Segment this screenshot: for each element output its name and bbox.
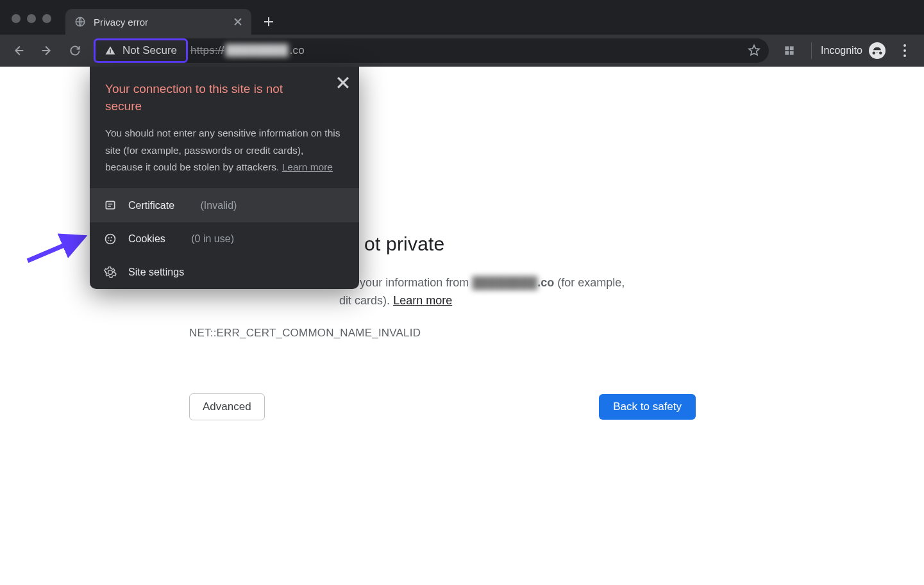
close-tab-icon[interactable] [233, 17, 242, 26]
chrome-menu-button[interactable] [896, 44, 914, 57]
back-button[interactable] [6, 38, 31, 63]
popover-title: Your connection to this site is not secu… [105, 81, 317, 115]
url-text: https:// ████████ .co [190, 44, 305, 57]
certificate-label: Certificate [128, 200, 174, 211]
svg-rect-6 [106, 202, 114, 210]
certificate-row[interactable]: Certificate (Invalid) [90, 189, 359, 222]
address-bar[interactable]: Not Secure https:// ████████ .co [95, 38, 769, 63]
tab-strip: Privacy error [65, 0, 280, 35]
error-code: NET::ERR_CERT_COMMON_NAME_INVALID [189, 327, 696, 340]
incognito-indicator[interactable]: Incognito [821, 42, 886, 59]
learn-more-link[interactable]: Learn more [393, 294, 452, 307]
gear-icon [104, 266, 117, 279]
globe-icon [74, 16, 86, 28]
svg-rect-2 [790, 46, 794, 50]
security-chip[interactable]: Not Secure [94, 38, 188, 63]
window-titlebar: Privacy error [0, 0, 924, 35]
browser-toolbar: Not Secure https:// ████████ .co Incogni… [0, 35, 924, 67]
cookies-count: (0 in use) [191, 233, 234, 245]
url-host-redacted: ████████ [224, 44, 290, 57]
tab-title: Privacy error [94, 17, 148, 28]
incognito-icon [869, 42, 886, 59]
back-to-safety-button[interactable]: Back to safety [599, 394, 696, 420]
forward-button[interactable] [35, 38, 59, 63]
security-chip-label: Not Secure [122, 44, 177, 57]
site-security-popover: Your connection to this site is not secu… [90, 67, 359, 289]
warning-icon [105, 45, 116, 56]
svg-point-11 [108, 240, 109, 242]
window-minimize-button[interactable] [27, 14, 36, 23]
popover-learn-more-link[interactable]: Learn more [282, 161, 333, 172]
incognito-label: Incognito [821, 45, 862, 56]
certificate-status: (Invalid) [200, 200, 237, 211]
bookmark-star-icon[interactable] [747, 44, 761, 58]
site-settings-row[interactable]: Site settings [90, 256, 359, 289]
annotation-arrow [24, 232, 88, 264]
browser-tab[interactable]: Privacy error [65, 9, 251, 35]
page-content: Your connection is not private Attackers… [0, 67, 924, 585]
svg-rect-4 [790, 51, 794, 55]
window-controls [0, 14, 51, 35]
advanced-button[interactable]: Advanced [189, 393, 265, 420]
svg-point-10 [110, 240, 112, 242]
extension-icon[interactable] [783, 44, 796, 57]
svg-point-8 [108, 237, 109, 238]
toolbar-separator [811, 42, 812, 59]
new-tab-button[interactable] [258, 11, 280, 33]
cookies-row[interactable]: Cookies (0 in use) [90, 222, 359, 256]
svg-rect-3 [785, 51, 789, 55]
popover-description: You should not enter any sensitive infor… [105, 125, 344, 176]
svg-rect-1 [785, 46, 789, 50]
site-settings-label: Site settings [128, 267, 184, 278]
url-suffix: .co [290, 44, 305, 57]
url-protocol: https:// [190, 44, 224, 57]
certificate-icon [104, 199, 117, 212]
window-maximize-button[interactable] [42, 14, 51, 23]
cookies-label: Cookies [128, 233, 165, 245]
popover-close-icon[interactable] [336, 76, 350, 90]
svg-point-7 [106, 235, 115, 244]
cookie-icon [104, 233, 117, 245]
svg-point-9 [111, 237, 112, 238]
reload-button[interactable] [63, 38, 87, 63]
window-close-button[interactable] [12, 14, 21, 23]
svg-line-5 [28, 237, 83, 261]
